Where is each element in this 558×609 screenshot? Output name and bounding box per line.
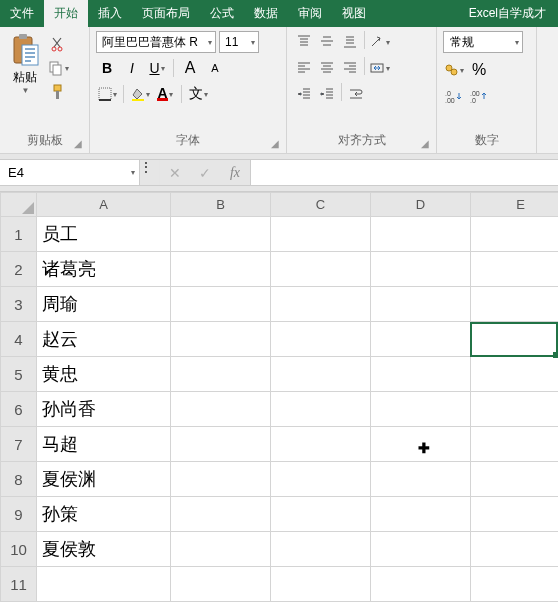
phonetic-button[interactable]: 文 ▾ [187, 83, 209, 105]
cell[interactable] [271, 497, 371, 532]
copy-button[interactable]: ▾ [46, 57, 70, 79]
cell[interactable] [171, 532, 271, 567]
cell[interactable] [171, 357, 271, 392]
menu-page-layout[interactable]: 页面布局 [132, 0, 200, 27]
cell[interactable]: 夏侯敦 [37, 532, 171, 567]
cell[interactable] [171, 392, 271, 427]
cell[interactable] [271, 462, 371, 497]
row-header[interactable]: 11 [1, 567, 37, 602]
alignment-expand-icon[interactable]: ◢ [421, 138, 433, 150]
cell[interactable] [471, 287, 559, 322]
cell[interactable] [371, 567, 471, 602]
cell[interactable]: 孙尚香 [37, 392, 171, 427]
cancel-formula-button[interactable]: ✕ [160, 160, 190, 185]
cell[interactable] [471, 462, 559, 497]
cell[interactable] [471, 357, 559, 392]
align-top-button[interactable] [293, 31, 315, 53]
cell[interactable] [471, 497, 559, 532]
cell[interactable] [171, 322, 271, 357]
menu-data[interactable]: 数据 [244, 0, 288, 27]
menu-review[interactable]: 审阅 [288, 0, 332, 27]
row-header[interactable]: 7 [1, 427, 37, 462]
col-header-D[interactable]: D [371, 193, 471, 217]
format-painter-button[interactable] [46, 81, 70, 103]
percent-button[interactable]: % [468, 59, 490, 81]
row-header[interactable]: 6 [1, 392, 37, 427]
cell[interactable] [271, 252, 371, 287]
menu-view[interactable]: 视图 [332, 0, 376, 27]
increase-indent-button[interactable] [316, 83, 338, 105]
cell[interactable] [171, 497, 271, 532]
menu-home[interactable]: 开始 [44, 0, 88, 27]
cell[interactable] [371, 532, 471, 567]
formula-bar-handle[interactable]: ⋮ [140, 160, 160, 185]
col-header-C[interactable]: C [271, 193, 371, 217]
borders-button[interactable]: ▾ [96, 83, 118, 105]
currency-button[interactable]: ▾ [443, 59, 465, 81]
cell[interactable] [271, 532, 371, 567]
grow-font-button[interactable]: A [179, 57, 201, 79]
col-header-E[interactable]: E [471, 193, 559, 217]
cut-button[interactable] [46, 33, 70, 55]
cell[interactable] [271, 287, 371, 322]
row-header[interactable]: 3 [1, 287, 37, 322]
increase-decimal-button[interactable]: .0.00 [443, 85, 465, 107]
paste-button[interactable]: 粘贴 ▼ [6, 31, 44, 132]
cell[interactable] [371, 497, 471, 532]
formula-input[interactable] [251, 160, 558, 185]
decrease-decimal-button[interactable]: .00.0 [468, 85, 490, 107]
cell[interactable] [471, 567, 559, 602]
col-header-A[interactable]: A [37, 193, 171, 217]
cell[interactable] [37, 567, 171, 602]
cell[interactable]: 夏侯渊 [37, 462, 171, 497]
number-format-combo[interactable]: 常规 ▾ [443, 31, 523, 53]
cell[interactable] [371, 462, 471, 497]
shrink-font-button[interactable]: A [204, 57, 226, 79]
cell[interactable]: 周瑜 [37, 287, 171, 322]
row-header[interactable]: 4 [1, 322, 37, 357]
wrap-text-button[interactable] [345, 83, 367, 105]
cell[interactable] [371, 252, 471, 287]
cell[interactable]: 赵云 [37, 322, 171, 357]
cell[interactable]: 诸葛亮 [37, 252, 171, 287]
font-size-combo[interactable]: 11 ▾ [219, 31, 259, 53]
cell[interactable]: 黄忠 [37, 357, 171, 392]
cell[interactable] [471, 217, 559, 252]
bold-button[interactable]: B [96, 57, 118, 79]
menu-formulas[interactable]: 公式 [200, 0, 244, 27]
cell[interactable] [271, 392, 371, 427]
col-header-B[interactable]: B [171, 193, 271, 217]
cell[interactable]: 马超 [37, 427, 171, 462]
cell[interactable]: 孙策 [37, 497, 171, 532]
select-all-corner[interactable] [1, 193, 37, 217]
align-bottom-button[interactable] [339, 31, 361, 53]
menu-file[interactable]: 文件 [0, 0, 44, 27]
cell[interactable] [471, 322, 559, 357]
align-left-button[interactable] [293, 57, 315, 79]
align-right-button[interactable] [339, 57, 361, 79]
cell[interactable] [171, 567, 271, 602]
row-header[interactable]: 10 [1, 532, 37, 567]
cell[interactable] [371, 392, 471, 427]
cell[interactable] [271, 567, 371, 602]
menu-brand[interactable]: Excel自学成才 [459, 0, 558, 27]
align-center-button[interactable] [316, 57, 338, 79]
cell[interactable] [471, 427, 559, 462]
align-middle-button[interactable] [316, 31, 338, 53]
cell[interactable] [171, 252, 271, 287]
fill-color-button[interactable]: ▾ [129, 83, 151, 105]
row-header[interactable]: 8 [1, 462, 37, 497]
cell[interactable] [371, 357, 471, 392]
decrease-indent-button[interactable] [293, 83, 315, 105]
cell[interactable] [371, 287, 471, 322]
cell[interactable] [171, 287, 271, 322]
enter-formula-button[interactable]: ✓ [190, 160, 220, 185]
row-header[interactable]: 5 [1, 357, 37, 392]
orientation-button[interactable]: ▾ [368, 31, 390, 53]
underline-button[interactable]: U▾ [146, 57, 168, 79]
row-header[interactable]: 1 [1, 217, 37, 252]
font-color-button[interactable]: A ▾ [154, 83, 176, 105]
cell[interactable] [371, 322, 471, 357]
cell[interactable] [471, 252, 559, 287]
cell[interactable]: 员工 [37, 217, 171, 252]
